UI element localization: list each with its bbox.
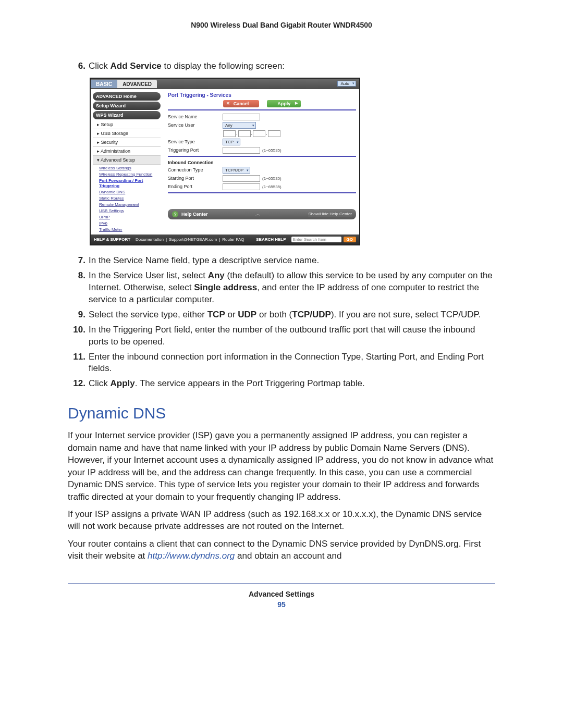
step-number: 12. [68, 378, 89, 390]
divider [168, 109, 356, 110]
sidebar-item-security[interactable]: ▸ Security [93, 138, 161, 147]
step-body: Select the service type, either TCP or U… [89, 309, 495, 321]
ip-octet-1[interactable] [223, 130, 236, 137]
sub-ipv6[interactable]: IPv6 [99, 221, 161, 226]
label-ending-port: Ending Port [168, 184, 223, 189]
step-6-number: 6. [68, 60, 89, 72]
step-number: 11. [68, 351, 89, 375]
panel-title: Port Triggering - Services [168, 92, 356, 98]
step-body: In the Service Name field, type a descri… [89, 255, 495, 267]
sub-traffic-meter[interactable]: Traffic Meter [99, 227, 161, 232]
label-service-name: Service Name [168, 114, 223, 119]
sidebar-advanced-home[interactable]: ADVANCED Home [93, 92, 161, 101]
select-service-user[interactable]: Any [223, 122, 256, 129]
label-service-type: Service Type [168, 139, 223, 144]
sub-port-forwarding[interactable]: Port Forwarding / Port Triggering [99, 178, 161, 189]
sidebar-item-advanced-setup[interactable]: ▾ Advanced Setup [93, 156, 161, 165]
step-body: In the Triggering Port field, enter the … [89, 324, 495, 348]
tab-basic[interactable]: BASIC [91, 80, 117, 88]
dyndns-link[interactable]: http://www.dyndns.org [148, 551, 235, 561]
step-number: 7. [68, 255, 89, 267]
help-center-bar[interactable]: ? Help Center ︿ Show/Hide Help Center [168, 209, 356, 219]
step-number: 8. [68, 270, 89, 306]
step: 12.Click Apply. The service appears in t… [68, 378, 495, 390]
sub-remote-management[interactable]: Remote Management [99, 202, 161, 207]
footer-link-docs[interactable]: Documentation [136, 237, 164, 242]
range-3: (1~65535) [262, 184, 282, 189]
step-6-bold: Add Service [111, 61, 162, 71]
step-body: Enter the inbound connection port inform… [89, 351, 495, 375]
sub-usb-settings[interactable]: USB Settings [99, 208, 161, 214]
step-6-post: to display the following screen: [162, 61, 285, 71]
go-button[interactable]: GO [344, 237, 356, 242]
ip-octet-2[interactable] [238, 130, 251, 137]
help-icon: ? [172, 211, 178, 217]
step: 11.Enter the inbound connection port inf… [68, 351, 495, 375]
para-3: Your router contains a client that can c… [68, 538, 495, 562]
footer-section-label: Advanced Settings [68, 590, 495, 598]
step-body: In the Service User list, select Any (th… [89, 270, 495, 306]
sub-wireless-settings[interactable]: Wireless Settings [99, 166, 161, 171]
inbound-heading: Inbound Connection [168, 160, 356, 165]
step-6-pre: Click [89, 61, 111, 71]
sub-static-routes[interactable]: Static Routes [99, 196, 161, 201]
help-support-label: HELP & SUPPORT [94, 237, 130, 242]
apply-button[interactable]: Apply [267, 100, 301, 107]
input-triggering-port[interactable] [223, 147, 260, 154]
search-help-label: SEARCH HELP [256, 237, 286, 242]
sidebar-wps-wizard[interactable]: WPS Wizard [93, 111, 161, 119]
divider-2 [168, 156, 356, 157]
input-ending-port[interactable] [223, 183, 260, 190]
sidebar-setup-wizard[interactable]: Setup Wizard [93, 102, 161, 110]
step: 7.In the Service Name field, type a desc… [68, 255, 495, 267]
sub-upnp[interactable]: UPnP [99, 215, 161, 220]
input-starting-port[interactable] [223, 175, 260, 182]
tab-bar: BASIC ADVANCED Auto [91, 79, 359, 89]
step-6: 6. Click Add Service to display the foll… [68, 60, 495, 72]
sub-dynamic-dns[interactable]: Dynamic DNS [99, 190, 161, 195]
step-number: 10. [68, 324, 89, 348]
auto-dropdown[interactable]: Auto [337, 81, 356, 87]
help-center-label: Help Center [181, 212, 208, 217]
step: 10.In the Triggering Port field, enter t… [68, 324, 495, 348]
range-2: (1~65535) [262, 176, 282, 181]
sidebar: ADVANCED Home Setup Wizard WPS Wizard ▸ … [91, 89, 163, 235]
sidebar-item-administration[interactable]: ▸ Administration [93, 147, 161, 156]
section-heading-dynamic-dns: Dynamic DNS [68, 404, 495, 422]
label-starting-port: Starting Port [168, 176, 223, 181]
step-number: 9. [68, 309, 89, 321]
step: 9.Select the service type, either TCP or… [68, 309, 495, 321]
ip-octet-4[interactable] [268, 130, 280, 137]
label-connection-type: Connection Type [168, 167, 223, 172]
ip-octet-3[interactable] [253, 130, 265, 137]
cancel-button[interactable]: Cancel [223, 100, 260, 107]
footer-link-support[interactable]: Support@NETGEAR.com [169, 237, 217, 242]
sidebar-item-usb-storage[interactable]: ▸ USB Storage [93, 129, 161, 138]
label-triggering-port: Triggering Port [168, 147, 223, 153]
sidebar-sublist: Wireless Settings Wireless Repeating Fun… [99, 166, 161, 232]
search-help-input[interactable]: Enter Search Item [291, 237, 341, 242]
para-2: If your ISP assigns a private WAN IP add… [68, 508, 495, 533]
input-service-name[interactable] [223, 114, 260, 120]
select-connection-type[interactable]: TCP/UDP [223, 167, 250, 174]
range-1: (1~65535) [262, 148, 282, 153]
router-screenshot: BASIC ADVANCED Auto ADVANCED Home Setup … [90, 78, 360, 245]
chevron-up-icon: ︿ [208, 211, 309, 218]
footer-link-faq[interactable]: Router FAQ [222, 237, 244, 242]
document-header: N900 Wireless Dual Band Gigabit Router W… [68, 21, 495, 29]
select-service-type[interactable]: TCP [223, 139, 240, 145]
step-body: Click Apply. The service appears in the … [89, 378, 495, 390]
label-service-user: Service User [168, 122, 223, 128]
divider-3 [168, 192, 356, 193]
step-6-body: Click Add Service to display the followi… [89, 60, 495, 72]
step: 8.In the Service User list, select Any (… [68, 270, 495, 306]
para-1: If your Internet service provider (ISP) … [68, 429, 495, 503]
tab-advanced[interactable]: ADVANCED [117, 80, 157, 88]
sub-wireless-repeating[interactable]: Wireless Repeating Function [99, 172, 161, 177]
para-3-post: and obtain an account and [235, 551, 341, 561]
show-hide-help-link[interactable]: Show/Hide Help Center [308, 212, 352, 216]
main-panel: Port Triggering - Services Cancel Apply … [163, 89, 359, 235]
page-rule [68, 583, 495, 584]
footer-bar: HELP & SUPPORT Documentation| Support@NE… [91, 235, 359, 244]
sidebar-item-setup[interactable]: ▸ Setup [93, 120, 161, 129]
